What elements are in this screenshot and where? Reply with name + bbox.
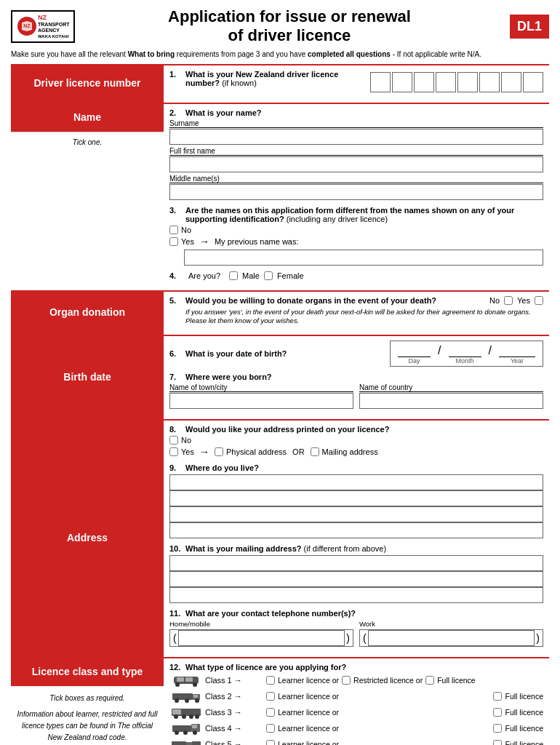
class-1-arrow-icon: → — [234, 676, 242, 685]
firstname-group: Full first name — [169, 147, 543, 172]
class-1-learner-checkbox[interactable] — [266, 676, 275, 685]
mailing-address-line-3[interactable] — [169, 587, 543, 603]
question-7: 7. Where were you born? Name of town/cit… — [169, 372, 543, 409]
question-1: 1. What is your New Zealand driver licen… — [169, 70, 543, 92]
firstname-input[interactable] — [169, 156, 543, 172]
date-sep-2: / — [489, 344, 492, 357]
svg-rect-9 — [193, 695, 198, 698]
licence-number-boxes — [370, 72, 543, 92]
logo-box: NZ NZ TRANSPORT AGENCY WAKA KOTAHI — [11, 10, 75, 43]
class-4-full-checkbox[interactable] — [493, 724, 502, 733]
svg-point-15 — [174, 714, 178, 719]
class-3-label: Class 3 → — [205, 708, 263, 717]
form-subtitle: Make sure you have all the relevant What… — [11, 50, 549, 58]
day-input[interactable] — [398, 343, 431, 357]
licence-box-5[interactable] — [457, 72, 478, 92]
class-5-label: Class 5 → — [205, 740, 263, 745]
town-input[interactable] — [169, 393, 353, 409]
q3-no-checkbox[interactable] — [169, 226, 178, 234]
licence-class-note: Tick boxes as required. Information abou… — [11, 686, 164, 745]
year-input[interactable] — [499, 343, 535, 357]
organ-donation-note: If you answer 'yes', in the event of you… — [185, 307, 543, 324]
birth-date-section: Birth date 6. What is your date of birth… — [11, 335, 549, 419]
class-2-learner-checkbox[interactable] — [266, 692, 275, 701]
previous-name-group — [169, 250, 543, 266]
home-phone-input[interactable] — [178, 630, 345, 646]
class-1-full-checkbox[interactable] — [425, 676, 434, 685]
live-address-line-3[interactable] — [169, 506, 543, 522]
licence-box-6[interactable] — [479, 72, 500, 92]
day-field: Day — [398, 343, 431, 364]
licence-box-7[interactable] — [501, 72, 521, 92]
previous-name-input[interactable] — [184, 250, 543, 266]
question-11: 11. What are your contact telephone numb… — [169, 609, 543, 647]
class-5-learner-checkbox[interactable] — [266, 740, 275, 745]
svg-point-23 — [183, 730, 188, 735]
logo-area: NZ NZ TRANSPORT AGENCY WAKA KOTAHI — [11, 10, 76, 43]
mailing-address-checkbox[interactable] — [311, 447, 319, 456]
birth-date-content: 6. What is your date of birth? Day / Mon… — [164, 335, 549, 419]
svg-point-17 — [189, 714, 193, 719]
class-5-full-checkbox[interactable] — [493, 740, 502, 745]
middlename-group: Middle name(s) — [169, 175, 543, 200]
mailing-address-line-2[interactable] — [169, 571, 543, 587]
class-3-options: Learner licence or Full licence — [266, 708, 543, 717]
male-checkbox[interactable] — [229, 271, 238, 280]
surname-input[interactable] — [169, 129, 543, 145]
question-2: 2. What is your name? Surname Full first… — [169, 108, 543, 200]
class-2-full-checkbox[interactable] — [493, 692, 502, 701]
live-address-line-4[interactable] — [169, 522, 543, 538]
birth-date-label: Birth date — [11, 335, 164, 419]
licence-box-4[interactable] — [436, 72, 456, 92]
address-no-checkbox[interactable] — [169, 436, 178, 445]
form-header: NZ NZ TRANSPORT AGENCY WAKA KOTAHI Appli… — [11, 7, 549, 46]
organ-donation-label: Organ donation — [11, 290, 164, 335]
q8-yes-row: Yes → Physical address OR Mailing addres… — [169, 446, 543, 458]
class-1-label: Class 1 → — [205, 676, 263, 685]
licence-class-content: 12. What type of licence are you applyin… — [164, 657, 549, 745]
licence-box-8[interactable] — [523, 72, 543, 92]
q3-yes-row: Yes → My previous name was: — [169, 236, 543, 247]
class-1-options: Learner licence or Restricted licence or… — [266, 676, 543, 685]
class-1-icon — [169, 674, 202, 687]
licence-box-2[interactable] — [392, 72, 412, 92]
organ-yes-checkbox[interactable] — [535, 296, 543, 305]
svg-rect-14 — [172, 709, 181, 714]
name-content: 2. What is your name? Surname Full first… — [164, 103, 549, 290]
licence-box-3[interactable] — [414, 72, 434, 92]
class-1-restricted-checkbox[interactable] — [342, 676, 351, 685]
class-3-learner-checkbox[interactable] — [266, 708, 275, 717]
class-3-icon — [169, 706, 202, 719]
class-4-label: Class 4 → — [205, 724, 263, 733]
country-input[interactable] — [359, 393, 543, 409]
mailing-address-line-1[interactable] — [169, 555, 543, 571]
country-col: Name of country — [359, 383, 543, 409]
question-9: 9. Where do you live? — [169, 463, 543, 538]
middlename-input[interactable] — [169, 184, 543, 200]
address-content: 8. Would you like your address printed o… — [164, 419, 549, 657]
question-10: 10. What is your mailing address? (if di… — [169, 544, 543, 603]
application-form: NZ NZ TRANSPORT AGENCY WAKA KOTAHI Appli… — [0, 0, 560, 745]
class-5-arrow-icon: → — [234, 740, 242, 745]
svg-point-11 — [185, 698, 189, 703]
class-5-icon — [169, 738, 202, 745]
live-address-line-2[interactable] — [169, 490, 543, 506]
home-phone-wrap: ( ) — [169, 629, 353, 647]
class-2-arrow-icon: → — [234, 692, 242, 701]
q3-yes-checkbox[interactable] — [169, 237, 178, 246]
address-yes-checkbox[interactable] — [169, 447, 178, 456]
licence-box-1[interactable] — [370, 72, 391, 92]
class-3-full-checkbox[interactable] — [493, 708, 502, 717]
live-address-line-1[interactable] — [169, 474, 543, 490]
physical-address-checkbox[interactable] — [215, 447, 223, 456]
svg-rect-3 — [177, 677, 184, 682]
class-4-learner-checkbox[interactable] — [266, 724, 275, 733]
organ-no-checkbox[interactable] — [504, 296, 513, 305]
form-badge: DL1 — [510, 15, 549, 39]
month-input[interactable] — [449, 343, 481, 357]
female-checkbox[interactable] — [264, 271, 273, 280]
work-phone-input[interactable] — [368, 630, 535, 646]
driver-licence-content: 1. What is your New Zealand driver licen… — [164, 64, 549, 103]
year-field: Year — [499, 343, 535, 364]
q3-no-row: No — [169, 226, 543, 234]
